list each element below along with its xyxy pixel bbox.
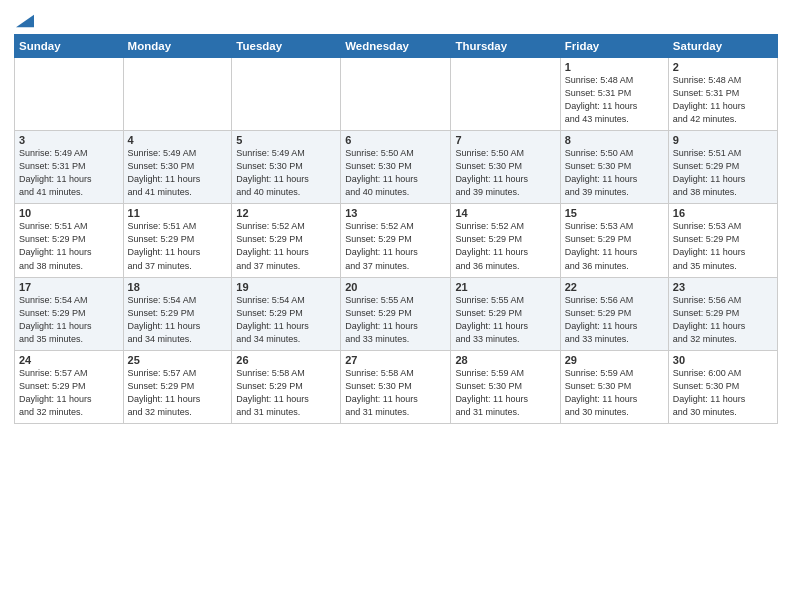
calendar-week-row: 1Sunrise: 5:48 AMSunset: 5:31 PMDaylight…	[15, 58, 778, 131]
day-info: Sunrise: 5:59 AMSunset: 5:30 PMDaylight:…	[565, 367, 664, 419]
day-number: 4	[128, 134, 228, 146]
calendar-cell: 13Sunrise: 5:52 AMSunset: 5:29 PMDayligh…	[341, 204, 451, 277]
day-number: 24	[19, 354, 119, 366]
svg-marker-0	[16, 15, 34, 28]
day-info: Sunrise: 5:58 AMSunset: 5:30 PMDaylight:…	[345, 367, 446, 419]
day-number: 6	[345, 134, 446, 146]
day-number: 27	[345, 354, 446, 366]
day-info: Sunrise: 5:54 AMSunset: 5:29 PMDaylight:…	[128, 294, 228, 346]
day-number: 9	[673, 134, 773, 146]
day-number: 22	[565, 281, 664, 293]
day-number: 21	[455, 281, 555, 293]
calendar-cell	[15, 58, 124, 131]
day-number: 2	[673, 61, 773, 73]
weekday-header-row: SundayMondayTuesdayWednesdayThursdayFrid…	[15, 35, 778, 58]
day-info: Sunrise: 5:56 AMSunset: 5:29 PMDaylight:…	[565, 294, 664, 346]
day-info: Sunrise: 5:57 AMSunset: 5:29 PMDaylight:…	[19, 367, 119, 419]
day-number: 18	[128, 281, 228, 293]
day-info: Sunrise: 5:54 AMSunset: 5:29 PMDaylight:…	[19, 294, 119, 346]
day-info: Sunrise: 5:51 AMSunset: 5:29 PMDaylight:…	[128, 220, 228, 272]
calendar-cell: 5Sunrise: 5:49 AMSunset: 5:30 PMDaylight…	[232, 131, 341, 204]
calendar-table: SundayMondayTuesdayWednesdayThursdayFrid…	[14, 34, 778, 424]
day-number: 15	[565, 207, 664, 219]
calendar-cell: 19Sunrise: 5:54 AMSunset: 5:29 PMDayligh…	[232, 277, 341, 350]
day-number: 8	[565, 134, 664, 146]
day-info: Sunrise: 5:57 AMSunset: 5:29 PMDaylight:…	[128, 367, 228, 419]
day-info: Sunrise: 5:49 AMSunset: 5:30 PMDaylight:…	[236, 147, 336, 199]
day-number: 16	[673, 207, 773, 219]
calendar-cell: 8Sunrise: 5:50 AMSunset: 5:30 PMDaylight…	[560, 131, 668, 204]
weekday-header-monday: Monday	[123, 35, 232, 58]
calendar-cell: 17Sunrise: 5:54 AMSunset: 5:29 PMDayligh…	[15, 277, 124, 350]
day-number: 17	[19, 281, 119, 293]
calendar-cell: 11Sunrise: 5:51 AMSunset: 5:29 PMDayligh…	[123, 204, 232, 277]
weekday-header-wednesday: Wednesday	[341, 35, 451, 58]
page: SundayMondayTuesdayWednesdayThursdayFrid…	[0, 0, 792, 612]
calendar-cell: 12Sunrise: 5:52 AMSunset: 5:29 PMDayligh…	[232, 204, 341, 277]
day-number: 12	[236, 207, 336, 219]
day-info: Sunrise: 5:51 AMSunset: 5:29 PMDaylight:…	[673, 147, 773, 199]
day-number: 3	[19, 134, 119, 146]
logo-icon	[16, 14, 34, 28]
calendar-week-row: 10Sunrise: 5:51 AMSunset: 5:29 PMDayligh…	[15, 204, 778, 277]
day-number: 29	[565, 354, 664, 366]
calendar-cell	[123, 58, 232, 131]
calendar-cell	[232, 58, 341, 131]
calendar-week-row: 3Sunrise: 5:49 AMSunset: 5:31 PMDaylight…	[15, 131, 778, 204]
calendar-cell: 2Sunrise: 5:48 AMSunset: 5:31 PMDaylight…	[668, 58, 777, 131]
weekday-header-sunday: Sunday	[15, 35, 124, 58]
day-number: 1	[565, 61, 664, 73]
day-info: Sunrise: 5:50 AMSunset: 5:30 PMDaylight:…	[455, 147, 555, 199]
day-number: 5	[236, 134, 336, 146]
day-info: Sunrise: 5:55 AMSunset: 5:29 PMDaylight:…	[345, 294, 446, 346]
day-number: 10	[19, 207, 119, 219]
calendar-cell: 29Sunrise: 5:59 AMSunset: 5:30 PMDayligh…	[560, 350, 668, 423]
day-number: 26	[236, 354, 336, 366]
day-number: 23	[673, 281, 773, 293]
day-number: 7	[455, 134, 555, 146]
calendar-cell: 27Sunrise: 5:58 AMSunset: 5:30 PMDayligh…	[341, 350, 451, 423]
day-info: Sunrise: 5:58 AMSunset: 5:29 PMDaylight:…	[236, 367, 336, 419]
calendar-cell	[341, 58, 451, 131]
day-info: Sunrise: 5:53 AMSunset: 5:29 PMDaylight:…	[673, 220, 773, 272]
calendar-cell: 7Sunrise: 5:50 AMSunset: 5:30 PMDaylight…	[451, 131, 560, 204]
calendar-cell: 26Sunrise: 5:58 AMSunset: 5:29 PMDayligh…	[232, 350, 341, 423]
calendar-cell: 20Sunrise: 5:55 AMSunset: 5:29 PMDayligh…	[341, 277, 451, 350]
calendar-cell: 4Sunrise: 5:49 AMSunset: 5:30 PMDaylight…	[123, 131, 232, 204]
logo	[14, 10, 34, 28]
weekday-header-tuesday: Tuesday	[232, 35, 341, 58]
day-info: Sunrise: 5:52 AMSunset: 5:29 PMDaylight:…	[455, 220, 555, 272]
day-info: Sunrise: 5:50 AMSunset: 5:30 PMDaylight:…	[345, 147, 446, 199]
calendar-cell: 22Sunrise: 5:56 AMSunset: 5:29 PMDayligh…	[560, 277, 668, 350]
calendar-cell: 30Sunrise: 6:00 AMSunset: 5:30 PMDayligh…	[668, 350, 777, 423]
day-info: Sunrise: 5:48 AMSunset: 5:31 PMDaylight:…	[565, 74, 664, 126]
day-info: Sunrise: 5:52 AMSunset: 5:29 PMDaylight:…	[236, 220, 336, 272]
weekday-header-saturday: Saturday	[668, 35, 777, 58]
day-number: 14	[455, 207, 555, 219]
day-info: Sunrise: 5:48 AMSunset: 5:31 PMDaylight:…	[673, 74, 773, 126]
day-number: 30	[673, 354, 773, 366]
day-info: Sunrise: 5:54 AMSunset: 5:29 PMDaylight:…	[236, 294, 336, 346]
day-info: Sunrise: 5:49 AMSunset: 5:31 PMDaylight:…	[19, 147, 119, 199]
calendar-cell: 21Sunrise: 5:55 AMSunset: 5:29 PMDayligh…	[451, 277, 560, 350]
calendar-cell: 24Sunrise: 5:57 AMSunset: 5:29 PMDayligh…	[15, 350, 124, 423]
day-number: 11	[128, 207, 228, 219]
day-info: Sunrise: 5:53 AMSunset: 5:29 PMDaylight:…	[565, 220, 664, 272]
weekday-header-thursday: Thursday	[451, 35, 560, 58]
calendar-cell: 10Sunrise: 5:51 AMSunset: 5:29 PMDayligh…	[15, 204, 124, 277]
day-info: Sunrise: 5:49 AMSunset: 5:30 PMDaylight:…	[128, 147, 228, 199]
calendar-cell: 23Sunrise: 5:56 AMSunset: 5:29 PMDayligh…	[668, 277, 777, 350]
day-info: Sunrise: 5:50 AMSunset: 5:30 PMDaylight:…	[565, 147, 664, 199]
day-number: 25	[128, 354, 228, 366]
calendar-cell: 14Sunrise: 5:52 AMSunset: 5:29 PMDayligh…	[451, 204, 560, 277]
day-info: Sunrise: 5:56 AMSunset: 5:29 PMDaylight:…	[673, 294, 773, 346]
day-number: 13	[345, 207, 446, 219]
day-info: Sunrise: 5:51 AMSunset: 5:29 PMDaylight:…	[19, 220, 119, 272]
calendar-cell: 3Sunrise: 5:49 AMSunset: 5:31 PMDaylight…	[15, 131, 124, 204]
calendar-cell: 25Sunrise: 5:57 AMSunset: 5:29 PMDayligh…	[123, 350, 232, 423]
day-info: Sunrise: 5:52 AMSunset: 5:29 PMDaylight:…	[345, 220, 446, 272]
day-info: Sunrise: 5:55 AMSunset: 5:29 PMDaylight:…	[455, 294, 555, 346]
calendar-week-row: 24Sunrise: 5:57 AMSunset: 5:29 PMDayligh…	[15, 350, 778, 423]
header	[14, 10, 778, 28]
calendar-cell: 9Sunrise: 5:51 AMSunset: 5:29 PMDaylight…	[668, 131, 777, 204]
